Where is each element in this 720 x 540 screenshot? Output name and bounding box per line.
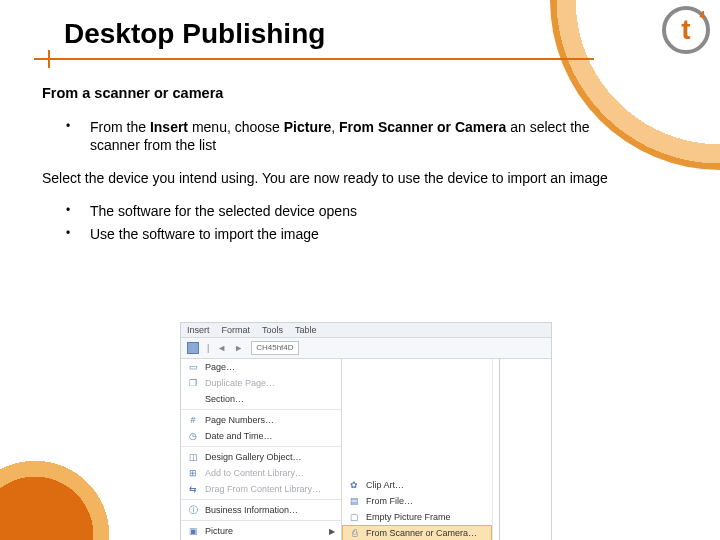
submenu-item-from-file[interactable]: ▤From File… — [342, 493, 492, 509]
info-icon: ⓘ — [187, 504, 199, 516]
menu-item-page-numbers[interactable]: #Page Numbers… — [181, 412, 341, 428]
menu-table[interactable]: Table — [295, 325, 317, 335]
insert-menu-dropdown: ▭Page… ❐Duplicate Page… Section… #Page N… — [181, 359, 342, 540]
menu-item-date-time[interactable]: ◷Date and Time… — [181, 428, 341, 444]
clock-icon: ◷ — [187, 430, 199, 442]
menu-separator — [181, 409, 341, 410]
section-icon — [187, 393, 199, 405]
text: , — [331, 119, 339, 135]
menu-item-section[interactable]: Section… — [181, 391, 341, 407]
duplicate-icon: ❐ — [187, 377, 199, 389]
menu-separator — [181, 499, 341, 500]
decor-arc-bottom — [0, 460, 110, 540]
page-title: Desktop Publishing — [64, 18, 325, 50]
toolbar-sep: | — [207, 343, 209, 353]
bullet-list-2: The software for the selected device ope… — [42, 202, 642, 244]
bullet-list-1: From the Insert menu, choose Picture, Fr… — [42, 118, 642, 156]
text-bold: From Scanner or Camera — [339, 119, 506, 135]
toolbar: | ◄ ► CH45hf4D — [181, 338, 551, 359]
label: Page… — [205, 362, 235, 372]
label: Design Gallery Object… — [205, 452, 302, 462]
page-icon: ▭ — [187, 361, 199, 373]
gallery-icon: ◫ — [187, 451, 199, 463]
label: From File… — [366, 496, 413, 506]
menu-item-duplicate-page[interactable]: ❐Duplicate Page… — [181, 375, 341, 391]
menu-item-business-info[interactable]: ⓘBusiness Information… — [181, 502, 341, 518]
brand-logo: t 4 — [662, 6, 710, 54]
paragraph: Select the device you intend using. You … — [42, 169, 642, 188]
menu-item-drag-content-library[interactable]: ⇆Drag From Content Library… — [181, 481, 341, 497]
text-bold: Insert — [150, 119, 188, 135]
app-screenshot: Insert Format Tools Table | ◄ ► CH45hf4D… — [180, 322, 552, 540]
menu-format[interactable]: Format — [222, 325, 251, 335]
picture-submenu: ✿Clip Art… ▤From File… ▢Empty Picture Fr… — [342, 359, 492, 540]
bullet-item: Use the software to import the image — [42, 225, 642, 244]
logo-superscript: 4 — [699, 10, 705, 21]
menu-tools[interactable]: Tools — [262, 325, 283, 335]
submenu-item-from-scanner[interactable]: ⎙From Scanner or Camera… — [342, 525, 492, 540]
label: Page Numbers… — [205, 415, 274, 425]
title-underline — [34, 58, 594, 60]
menu-separator — [181, 446, 341, 447]
label: Clip Art… — [366, 480, 404, 490]
clipart-icon: ✿ — [348, 479, 360, 491]
chevron-right-icon: ▶ — [329, 527, 335, 536]
submenu-spacer — [342, 359, 492, 477]
label: Drag From Content Library… — [205, 484, 321, 494]
slide-content: From a scanner or camera From the Insert… — [42, 84, 642, 258]
section-heading: From a scanner or camera — [42, 84, 642, 104]
menu-item-design-gallery[interactable]: ◫Design Gallery Object… — [181, 449, 341, 465]
label: Section… — [205, 394, 244, 404]
drag-lib-icon: ⇆ — [187, 483, 199, 495]
menu-item-add-content-library[interactable]: ⊞Add to Content Library… — [181, 465, 341, 481]
label: Date and Time… — [205, 431, 273, 441]
arrow-right-icon[interactable]: ► — [234, 343, 243, 353]
text: From the — [90, 119, 150, 135]
label: Picture — [205, 526, 233, 536]
menu-item-picture[interactable]: ▣Picture▶ — [181, 523, 341, 539]
submenu-item-empty-frame[interactable]: ▢Empty Picture Frame — [342, 509, 492, 525]
menu-insert[interactable]: Insert — [187, 325, 210, 335]
label: Empty Picture Frame — [366, 512, 451, 522]
bullet-item: The software for the selected device ope… — [42, 202, 642, 221]
submenu-item-clipart[interactable]: ✿Clip Art… — [342, 477, 492, 493]
menu-separator — [181, 520, 341, 521]
scanner-icon: ⎙ — [348, 527, 360, 539]
toolbar-textbox[interactable]: CH45hf4D — [251, 341, 298, 355]
menu-item-page[interactable]: ▭Page… — [181, 359, 341, 375]
label: Add to Content Library… — [205, 468, 304, 478]
add-lib-icon: ⊞ — [187, 467, 199, 479]
text: menu, choose — [188, 119, 284, 135]
picture-icon: ▣ — [187, 525, 199, 537]
vertical-ruler — [492, 359, 551, 540]
label: Business Information… — [205, 505, 298, 515]
frame-icon: ▢ — [348, 511, 360, 523]
file-icon: ▤ — [348, 495, 360, 507]
text-bold: Picture — [284, 119, 331, 135]
pagenum-icon: # — [187, 414, 199, 426]
arrow-left-icon[interactable]: ◄ — [217, 343, 226, 353]
label: From Scanner or Camera… — [366, 528, 477, 538]
label: Duplicate Page… — [205, 378, 275, 388]
color-swatch-icon[interactable] — [187, 342, 199, 354]
menubar: Insert Format Tools Table — [181, 323, 551, 338]
title-tick — [48, 50, 50, 68]
bullet-item: From the Insert menu, choose Picture, Fr… — [42, 118, 642, 156]
